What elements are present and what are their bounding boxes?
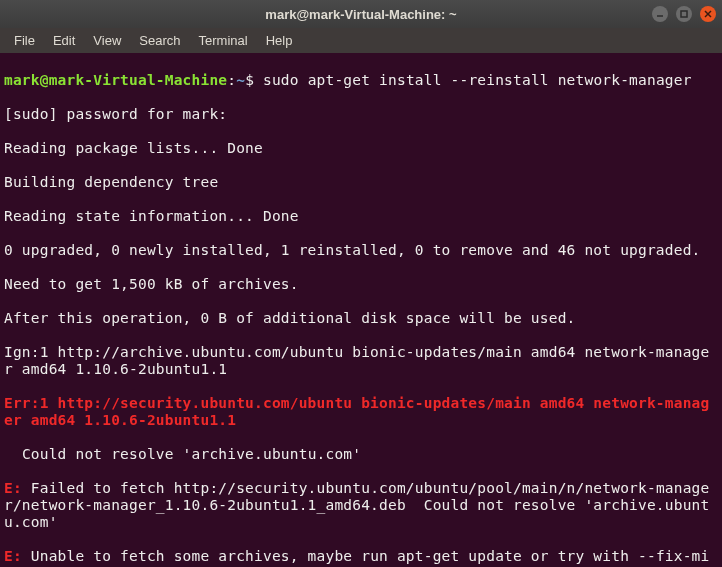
output-line: Could not resolve 'archive.ubuntu.com'	[4, 446, 718, 463]
window-controls	[652, 6, 716, 22]
window-title: mark@mark-Virtual-Machine: ~	[265, 7, 456, 22]
menu-view[interactable]: View	[85, 30, 129, 51]
menu-terminal[interactable]: Terminal	[191, 30, 256, 51]
error-text: Unable to fetch some archives, maybe run…	[4, 548, 709, 567]
minimize-button[interactable]	[652, 6, 668, 22]
error-prefix: E:	[4, 548, 31, 564]
output-line: 0 upgraded, 0 newly installed, 1 reinsta…	[4, 242, 718, 259]
terminal-content[interactable]: mark@mark-Virtual-Machine:~$ sudo apt-ge…	[0, 53, 722, 567]
prompt-dollar: $	[245, 72, 263, 88]
prompt-path: ~	[236, 72, 245, 88]
output-line: Ign:1 http://archive.ubuntu.com/ubuntu b…	[4, 344, 718, 378]
menu-help[interactable]: Help	[258, 30, 301, 51]
output-line: Reading state information... Done	[4, 208, 718, 225]
error-prefix: E:	[4, 480, 31, 496]
output-line: [sudo] password for mark:	[4, 106, 718, 123]
minimize-icon	[656, 10, 664, 18]
prompt-colon: :	[227, 72, 236, 88]
output-line: After this operation, 0 B of additional …	[4, 310, 718, 327]
output-line: Reading package lists... Done	[4, 140, 718, 157]
command-text: sudo apt-get install --reinstall network…	[263, 72, 692, 88]
close-icon	[704, 10, 712, 18]
prompt-user: mark@mark-Virtual-Machine	[4, 72, 227, 88]
output-line: Need to get 1,500 kB of archives.	[4, 276, 718, 293]
menu-search[interactable]: Search	[131, 30, 188, 51]
maximize-icon	[680, 10, 688, 18]
menu-file[interactable]: File	[6, 30, 43, 51]
titlebar: mark@mark-Virtual-Machine: ~	[0, 0, 722, 28]
menubar: File Edit View Search Terminal Help	[0, 28, 722, 53]
output-line: Building dependency tree	[4, 174, 718, 191]
error-line: Err:1 http://security.ubuntu.com/ubuntu …	[4, 395, 709, 428]
menu-edit[interactable]: Edit	[45, 30, 83, 51]
svg-rect-1	[681, 11, 687, 17]
maximize-button[interactable]	[676, 6, 692, 22]
close-button[interactable]	[700, 6, 716, 22]
error-text: Failed to fetch http://security.ubuntu.c…	[4, 480, 709, 530]
